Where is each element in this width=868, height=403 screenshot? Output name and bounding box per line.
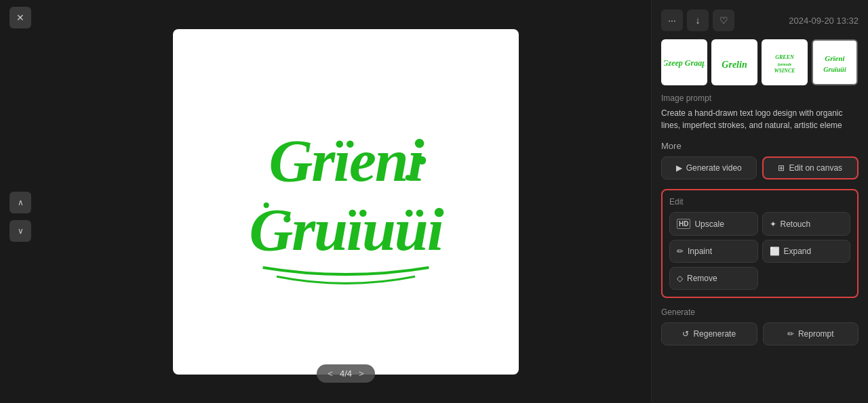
svg-text:WSINCE: WSINCE: [774, 68, 795, 74]
prompt-label: Image prompt: [661, 93, 859, 103]
logo-svg: Grïeni Gruïuüi: [208, 64, 484, 340]
video-icon: ▶: [676, 163, 682, 173]
pagination-control: < 4/4 >: [317, 364, 374, 383]
upscale-button[interactable]: HD Upscale: [669, 212, 758, 236]
svg-text:Grelin: Grelin: [722, 60, 747, 70]
generate-label: Generate: [661, 307, 859, 317]
top-actions: ··· ↓ ♡: [661, 9, 734, 31]
top-bar: ··· ↓ ♡ 2024-09-20 13:32: [661, 9, 859, 31]
svg-point-6: [264, 203, 269, 208]
retouch-icon: ✦: [770, 219, 776, 229]
svg-point-5: [283, 215, 290, 222]
generate-video-button[interactable]: ▶ Generate video: [661, 156, 757, 179]
dots-icon: ···: [668, 15, 676, 26]
thumbnail-4[interactable]: Grïeni Gruïuüi: [812, 39, 858, 85]
inpaint-button[interactable]: ✏ Inpaint: [669, 240, 758, 263]
svg-text:GREEN: GREEN: [775, 54, 795, 60]
logo-image: Grïeni Gruïuüi: [173, 29, 519, 375]
thumbnail-1[interactable]: Gzeep Graap: [661, 39, 707, 85]
svg-point-4: [406, 175, 411, 180]
download-icon: ↓: [696, 15, 701, 26]
svg-text:Gruïuüi: Gruïuüi: [249, 196, 443, 263]
edit-on-canvas-label: Edit on canvas: [789, 163, 842, 173]
left-sidebar: ✕ ∧ ∨: [0, 0, 41, 403]
inpaint-icon: ✏: [677, 247, 684, 256]
regenerate-button[interactable]: ↺ Regenerate: [661, 322, 757, 345]
prompt-text: Create a hand-drawn text logo design wit…: [661, 107, 859, 131]
nav-buttons: ∧ ∨: [9, 189, 31, 242]
svg-text:Gzeep Graap: Gzeep Graap: [664, 58, 705, 68]
svg-text:Gruïuüi: Gruïuüi: [823, 66, 846, 73]
edit-section: Edit HD Upscale ✦ Retouch ✏ Inpaint ⬜ Ex…: [661, 189, 859, 298]
next-page-button[interactable]: >: [357, 368, 366, 379]
remove-icon: ◇: [677, 274, 683, 283]
regenerate-icon: ↺: [682, 329, 689, 339]
expand-icon: ⬜: [770, 247, 780, 256]
right-panel: ··· ↓ ♡ 2024-09-20 13:32 Gzeep Graap Gre…: [651, 0, 868, 403]
upscale-label: Upscale: [694, 219, 724, 229]
retouch-button[interactable]: ✦ Retouch: [762, 212, 851, 236]
canvas-icon: ⊞: [778, 163, 785, 173]
reprompt-button[interactable]: ✏ Reprompt: [763, 322, 859, 345]
nav-up-button[interactable]: ∧: [9, 192, 31, 213]
nav-down-button[interactable]: ∨: [9, 220, 31, 242]
generate-buttons: ↺ Regenerate ✏ Reprompt: [661, 322, 859, 345]
retouch-label: Retouch: [781, 219, 811, 229]
more-options-button[interactable]: ···: [661, 9, 683, 31]
thumb-svg-4: Grïeni Gruïuüi: [814, 42, 855, 83]
expand-label: Expand: [784, 247, 812, 256]
edit-grid: HD Upscale ✦ Retouch ✏ Inpaint ⬜ Expand …: [669, 212, 850, 290]
svg-text:Grïeni: Grïeni: [825, 54, 845, 62]
hd-icon: HD: [677, 219, 690, 229]
remove-label: Remove: [687, 274, 717, 283]
svg-point-2: [273, 160, 280, 167]
svg-text:Grïeni: Grïeni: [269, 127, 424, 194]
reprompt-label: Reprompt: [798, 329, 834, 339]
page-indicator: 4/4: [340, 368, 352, 379]
timestamp: 2024-09-20 13:32: [789, 16, 859, 26]
bookmark-button[interactable]: ♡: [713, 9, 734, 31]
close-button[interactable]: ✕: [9, 7, 31, 28]
thumbnails-strip: Gzeep Graap Grelin GREEN farmade WSINCE …: [661, 39, 859, 85]
thumbnail-2[interactable]: Grelin: [711, 39, 757, 85]
remove-button[interactable]: ◇ Remove: [669, 267, 758, 290]
thumb-svg-3: GREEN farmade WSINCE: [764, 42, 805, 83]
edit-label: Edit: [669, 197, 850, 207]
svg-text:farmade: farmade: [778, 62, 792, 66]
thumb-svg-1: Gzeep Graap: [664, 42, 705, 83]
regenerate-label: Regenerate: [693, 329, 736, 339]
inpaint-label: Inpaint: [688, 247, 712, 256]
thumbnail-3[interactable]: GREEN farmade WSINCE: [762, 39, 808, 85]
generate-video-label: Generate video: [686, 163, 742, 173]
bookmark-icon: ♡: [719, 15, 728, 26]
image-container: Grïeni Gruïuüi: [173, 29, 519, 375]
more-label: More: [661, 141, 859, 151]
edit-on-canvas-button[interactable]: ⊞ Edit on canvas: [762, 156, 859, 179]
thumb-svg-2: Grelin: [714, 42, 755, 83]
download-button[interactable]: ↓: [687, 9, 709, 31]
prev-page-button[interactable]: <: [326, 368, 334, 379]
main-content: Grïeni Gruïuüi < 4/4 >: [41, 0, 651, 403]
more-buttons: ▶ Generate video ⊞ Edit on canvas: [661, 156, 859, 179]
expand-button[interactable]: ⬜ Expand: [762, 240, 851, 263]
svg-point-3: [418, 156, 426, 164]
reprompt-icon: ✏: [787, 329, 794, 339]
